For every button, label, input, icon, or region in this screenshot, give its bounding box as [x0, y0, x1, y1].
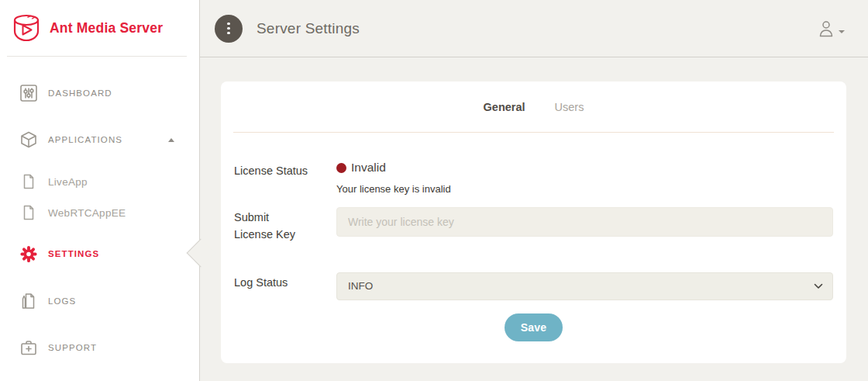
brand-name: Ant Media Server [50, 20, 163, 36]
save-button[interactable]: Save [505, 313, 563, 341]
sidebar-item-dashboard[interactable]: DASHBOARD [0, 78, 199, 109]
sidebar-item-label: DASHBOARD [48, 88, 112, 98]
save-row: Save [234, 313, 833, 341]
sidebar-item-label: WebRTCAppEE [48, 207, 126, 219]
dashboard-icon [19, 84, 39, 102]
chevron-up-icon[interactable] [168, 138, 174, 142]
submit-license-row: Submit License Key [234, 207, 833, 244]
brand-logo[interactable]: Ant Media Server [0, 0, 199, 56]
sidebar-item-support[interactable]: SUPPORT [0, 332, 199, 363]
submit-license-label: Submit License Key [234, 207, 305, 244]
page-title: Server Settings [257, 20, 360, 37]
tab-bar: General Users [221, 81, 846, 132]
user-icon [817, 20, 835, 37]
tab-general[interactable]: General [484, 101, 525, 113]
file-icon [19, 174, 39, 189]
sidebar-item-settings[interactable]: SETTINGS [0, 238, 199, 269]
server-settings-card: General Users License Status Invalid You… [221, 81, 846, 363]
kebab-menu-button[interactable] [215, 15, 243, 43]
sidebar-item-logs[interactable]: LOGS [0, 286, 199, 317]
license-status-row: License Status Invalid Your license key … [234, 161, 833, 195]
sidebar-item-webrtcappee[interactable]: WebRTCAppEE [0, 197, 199, 228]
sidebar-item-label: APPLICATIONS [48, 135, 122, 144]
chevron-down-icon [839, 30, 845, 33]
sidebar-item-label: SETTINGS [48, 249, 99, 258]
logs-icon [19, 293, 39, 310]
status-dot-icon [336, 163, 346, 173]
license-key-input[interactable] [336, 207, 833, 237]
gear-icon [19, 244, 39, 265]
file-icon [19, 205, 39, 220]
main-area: Server Settings General Users [200, 0, 868, 381]
sidebar-item-label: SUPPORT [48, 343, 97, 352]
sidebar-item-label: LiveApp [48, 176, 88, 188]
sidebar-nav: DASHBOARD APPLICATIONS [0, 57, 199, 363]
app-window: Ant Media Server DASHBOARD [0, 0, 868, 381]
sidebar-item-applications[interactable]: APPLICATIONS [0, 124, 199, 155]
sidebar-item-label: LOGS [48, 296, 76, 306]
header: Server Settings [200, 0, 868, 57]
ant-media-logo-icon [9, 12, 43, 43]
log-status-row: Log Status INFO [234, 272, 833, 300]
tab-users[interactable]: Users [555, 101, 584, 113]
license-status-text: Invalid [351, 161, 386, 175]
applications-icon [19, 130, 39, 149]
license-status-label: License Status [234, 161, 336, 179]
general-settings-form: License Status Invalid Your license key … [221, 133, 846, 341]
support-icon [19, 338, 39, 357]
license-status-value: Invalid Your license key is invalid [336, 161, 833, 195]
license-status-message: Your license key is invalid [336, 183, 833, 195]
sidebar-item-liveapp[interactable]: LiveApp [0, 166, 199, 197]
user-menu-button[interactable] [817, 20, 845, 37]
log-status-select[interactable]: INFO [336, 272, 833, 300]
sidebar: Ant Media Server DASHBOARD [0, 0, 200, 381]
log-status-label: Log Status [234, 272, 336, 291]
